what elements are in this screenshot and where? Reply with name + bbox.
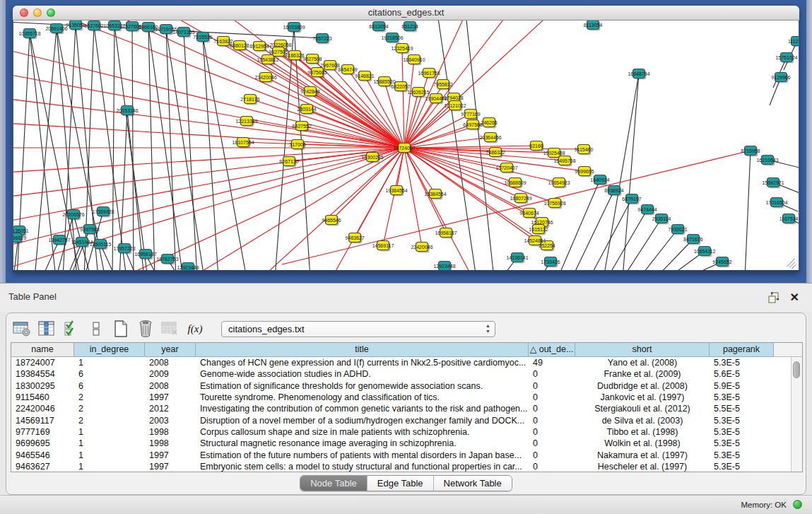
table-row[interactable]: 1830029562008Estimation of significance … <box>11 380 802 392</box>
citation-edge-red[interactable] <box>13 148 404 269</box>
node-label: 9463627 <box>345 235 364 240</box>
float-panel-icon[interactable] <box>768 292 779 303</box>
table-cell: 5.3E-5 <box>710 392 774 402</box>
function-builder-icon[interactable]: f(x) <box>185 319 205 339</box>
table-row[interactable]: 946362711997Embryonic stem cells: a mode… <box>11 461 802 472</box>
tab-edge-table[interactable]: Edge Table <box>367 476 433 491</box>
citation-edge-black[interactable] <box>558 180 600 270</box>
citation-edge-red[interactable] <box>190 148 404 270</box>
citation-edge-black[interactable] <box>623 74 639 270</box>
node-label: 9465546 <box>322 218 341 223</box>
table-row[interactable]: 946554611997Estimation of the future num… <box>11 449 802 460</box>
node-label: 317006 <box>289 142 305 147</box>
show-columns-icon[interactable] <box>37 319 57 339</box>
table-cell: 1997 <box>145 462 196 472</box>
table-scrollbar[interactable] <box>791 357 802 472</box>
table-cell: 1998 <box>145 427 196 437</box>
column-header-name[interactable]: name <box>11 343 74 357</box>
node-label: 15751024 <box>775 55 797 60</box>
node-label: 14071355 <box>172 30 194 35</box>
citation-edge-red[interactable] <box>383 148 404 245</box>
table-cell: 2008 <box>145 358 196 368</box>
table-cell: 2 <box>74 416 145 426</box>
column-header-in_degree[interactable]: in_degree <box>74 343 145 357</box>
node-label: 7486322 <box>486 150 505 155</box>
citation-edge-red[interactable] <box>404 92 418 148</box>
node-label: 18300295 <box>361 155 383 160</box>
table-cell: 6 <box>74 381 145 391</box>
column-header-pagerank[interactable]: pagerank <box>710 343 774 357</box>
citation-edge-red[interactable] <box>13 74 404 148</box>
node-label: 8186328 <box>285 53 304 58</box>
table-cell: 0 <box>529 381 575 391</box>
new-table-icon[interactable] <box>111 319 131 339</box>
citation-edge-red[interactable] <box>119 148 404 270</box>
table-row[interactable]: 969969511998Structural magnetic resonanc… <box>11 438 802 449</box>
table-row[interactable]: 911546021997Tourette syndrome. Phenomeno… <box>11 392 802 403</box>
citation-edge-red[interactable] <box>402 48 404 148</box>
network-window-titlebar[interactable]: citations_edges.txt <box>13 6 799 21</box>
memory-status-label: Memory: OK <box>741 501 787 509</box>
citation-edge-red[interactable] <box>13 148 404 173</box>
citation-edge-red[interactable] <box>404 148 422 247</box>
citation-network-graph[interactable]: 1035571820691406913505115276021065328715… <box>13 21 799 270</box>
citation-edge-red[interactable] <box>13 148 404 197</box>
table-cell: Investigating the contribution of common… <box>196 404 529 414</box>
citation-edge-red[interactable] <box>404 21 508 148</box>
citation-edge-red[interactable] <box>261 148 404 270</box>
citation-edge-black[interactable] <box>745 151 751 270</box>
resize-grip-icon[interactable] <box>787 259 796 268</box>
tab-node-table[interactable]: Node Table <box>300 476 367 491</box>
table-row[interactable]: 1872400712008Changes of HCN gene express… <box>11 357 802 368</box>
citation-edge-black[interactable] <box>589 199 632 270</box>
table-cell: 1 <box>74 462 145 472</box>
citation-edge-black[interactable] <box>203 37 218 270</box>
table-row[interactable]: 1938455462009Genome-wide association stu… <box>11 368 802 380</box>
citation-edge-black[interactable] <box>623 218 661 270</box>
select-all-icon[interactable] <box>61 319 81 339</box>
unselect-all-icon[interactable] <box>86 319 106 339</box>
citation-edge-black[interactable] <box>203 37 247 270</box>
network-view-canvas[interactable]: 1035571820691406913505115276021065328715… <box>13 21 799 270</box>
citation-edge-red[interactable] <box>404 137 490 148</box>
citation-edge-black[interactable] <box>30 33 81 270</box>
node-label: 20691406 <box>45 26 67 31</box>
citation-edge-red[interactable] <box>404 124 473 148</box>
table-row[interactable]: 2242004622012Investigating the contribut… <box>11 403 802 414</box>
table-row[interactable]: 1456911722003Disruption of a novel membe… <box>11 414 802 426</box>
citation-edge-red[interactable] <box>404 146 536 148</box>
table-cell: Franke et al. (2009) <box>575 369 710 379</box>
node-label: 8938924 <box>604 188 623 193</box>
delete-entry-icon[interactable] <box>136 319 155 339</box>
citation-edge-black[interactable] <box>57 28 105 270</box>
column-header-year[interactable]: year <box>145 343 196 357</box>
memory-status-icon[interactable] <box>793 500 802 509</box>
node-label: 10654112 <box>694 249 716 254</box>
node-label: 6497568 <box>463 122 482 127</box>
column-header-short[interactable]: short <box>575 343 710 357</box>
table-row[interactable]: 977716911998Corpus callosum shape and si… <box>11 426 802 438</box>
citation-edge-black[interactable] <box>639 229 678 270</box>
citation-edge-black[interactable] <box>166 29 204 270</box>
close-panel-icon[interactable]: ✕ <box>790 291 799 304</box>
citation-edge-black[interactable] <box>35 28 57 270</box>
network-table-select[interactable]: citations_edges.txt ▲▼ <box>221 321 495 337</box>
node-label: 6822057 <box>391 84 410 89</box>
node-label: 9777169 <box>461 112 480 117</box>
citation-edge-red[interactable] <box>13 98 404 148</box>
citation-edge-black[interactable] <box>604 74 639 270</box>
table-cell: 1997 <box>145 392 196 402</box>
node-label: 7955812 <box>433 82 452 87</box>
column-header-out_de[interactable]: △ out_de... <box>529 343 575 357</box>
citation-edge-red[interactable] <box>13 148 404 247</box>
tab-network-table[interactable]: Network Table <box>433 476 512 491</box>
node-label: 9875685 <box>307 70 326 75</box>
column-header-title[interactable]: title <box>196 343 529 357</box>
table-scrollbar-thumb[interactable] <box>793 361 800 378</box>
citation-edge-black[interactable] <box>655 239 693 270</box>
node-label: 16782753 <box>156 257 178 262</box>
citation-edge-black[interactable] <box>166 29 176 270</box>
table-options-icon[interactable] <box>12 319 32 339</box>
network-table-select-value: citations_edges.txt <box>228 324 305 334</box>
citation-edge-red[interactable] <box>404 105 455 148</box>
